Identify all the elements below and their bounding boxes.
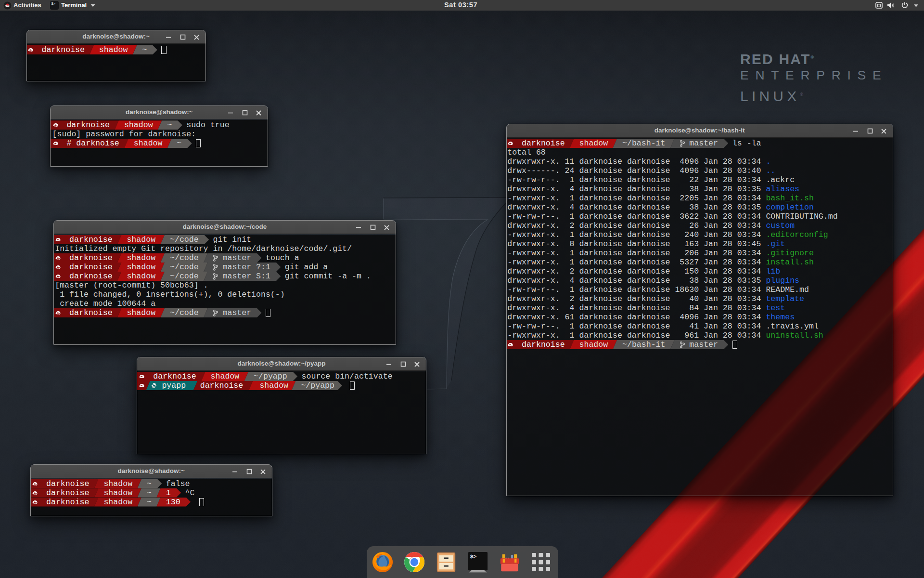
svg-text:$>: $> bbox=[470, 553, 477, 560]
svg-text:$>: $> bbox=[51, 2, 55, 6]
